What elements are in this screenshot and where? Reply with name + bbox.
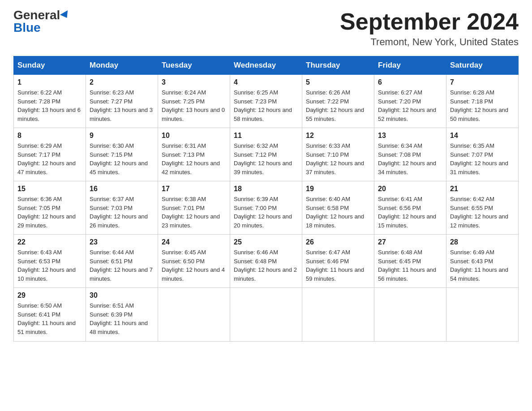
calendar-week-row: 15 Sunrise: 6:36 AM Sunset: 7:05 PM Dayl… [14,181,519,235]
day-info: Sunrise: 6:37 AM Sunset: 7:03 PM Dayligh… [90,195,154,230]
day-number: 5 [306,78,370,86]
day-number: 6 [378,78,442,86]
calendar-week-row: 22 Sunrise: 6:43 AM Sunset: 6:53 PM Dayl… [14,235,519,288]
table-row: 11 Sunrise: 6:32 AM Sunset: 7:12 PM Dayl… [230,128,302,181]
col-friday: Friday [374,56,446,75]
table-row: 1 Sunrise: 6:22 AM Sunset: 7:28 PM Dayli… [14,75,86,128]
day-number: 11 [234,132,298,140]
table-row: 9 Sunrise: 6:30 AM Sunset: 7:15 PM Dayli… [86,128,158,181]
col-saturday: Saturday [446,56,519,75]
day-info: Sunrise: 6:39 AM Sunset: 7:00 PM Dayligh… [234,195,298,230]
table-row: 10 Sunrise: 6:31 AM Sunset: 7:13 PM Dayl… [158,128,230,181]
day-number: 19 [306,185,370,193]
day-number: 12 [306,132,370,140]
logo: General Blue [13,9,70,34]
day-info: Sunrise: 6:50 AM Sunset: 6:41 PM Dayligh… [17,301,82,336]
day-info: Sunrise: 6:29 AM Sunset: 7:17 PM Dayligh… [17,141,82,176]
month-title: September 2024 [340,9,519,34]
calendar-week-row: 29 Sunrise: 6:50 AM Sunset: 6:41 PM Dayl… [14,288,519,342]
col-sunday: Sunday [14,56,86,75]
day-info: Sunrise: 6:40 AM Sunset: 6:58 PM Dayligh… [306,195,370,230]
day-info: Sunrise: 6:49 AM Sunset: 6:43 PM Dayligh… [450,248,515,283]
day-info: Sunrise: 6:34 AM Sunset: 7:08 PM Dayligh… [378,141,442,176]
day-info: Sunrise: 6:36 AM Sunset: 7:05 PM Dayligh… [17,195,82,230]
day-info: Sunrise: 6:43 AM Sunset: 6:53 PM Dayligh… [17,248,82,283]
table-row: 18 Sunrise: 6:39 AM Sunset: 7:00 PM Dayl… [230,181,302,235]
day-info: Sunrise: 6:28 AM Sunset: 7:18 PM Dayligh… [450,88,515,123]
day-number: 21 [450,185,515,193]
day-number: 1 [17,78,82,86]
col-thursday: Thursday [302,56,374,75]
col-tuesday: Tuesday [158,56,230,75]
day-number: 14 [450,132,515,140]
day-info: Sunrise: 6:24 AM Sunset: 7:25 PM Dayligh… [162,88,226,123]
table-row: 20 Sunrise: 6:41 AM Sunset: 6:56 PM Dayl… [374,181,446,235]
table-row [446,288,519,342]
day-number: 23 [90,238,154,246]
day-number: 10 [162,132,226,140]
table-row: 22 Sunrise: 6:43 AM Sunset: 6:53 PM Dayl… [14,235,86,288]
table-row: 27 Sunrise: 6:48 AM Sunset: 6:45 PM Dayl… [374,235,446,288]
col-monday: Monday [86,56,158,75]
table-row: 16 Sunrise: 6:37 AM Sunset: 7:03 PM Dayl… [86,181,158,235]
table-row: 13 Sunrise: 6:34 AM Sunset: 7:08 PM Dayl… [374,128,446,181]
table-row: 19 Sunrise: 6:40 AM Sunset: 6:58 PM Dayl… [302,181,374,235]
day-number: 28 [450,238,515,246]
table-row: 4 Sunrise: 6:25 AM Sunset: 7:23 PM Dayli… [230,75,302,128]
table-row [374,288,446,342]
table-row: 26 Sunrise: 6:47 AM Sunset: 6:46 PM Dayl… [302,235,374,288]
day-number: 3 [162,78,226,86]
table-row: 6 Sunrise: 6:27 AM Sunset: 7:20 PM Dayli… [374,75,446,128]
day-number: 22 [17,238,82,246]
table-row: 3 Sunrise: 6:24 AM Sunset: 7:25 PM Dayli… [158,75,230,128]
day-info: Sunrise: 6:51 AM Sunset: 6:39 PM Dayligh… [90,301,154,336]
day-number: 25 [234,238,298,246]
calendar-week-row: 8 Sunrise: 6:29 AM Sunset: 7:17 PM Dayli… [14,128,519,181]
day-number: 30 [90,291,154,300]
day-number: 8 [17,132,82,140]
day-info: Sunrise: 6:33 AM Sunset: 7:10 PM Dayligh… [306,141,370,176]
table-row: 7 Sunrise: 6:28 AM Sunset: 7:18 PM Dayli… [446,75,519,128]
day-number: 13 [378,132,442,140]
table-row: 29 Sunrise: 6:50 AM Sunset: 6:41 PM Dayl… [14,288,86,342]
day-number: 29 [17,291,82,300]
page-header: General Blue September 2024 Tremont, New… [13,9,519,48]
table-row: 21 Sunrise: 6:42 AM Sunset: 6:55 PM Dayl… [446,181,519,235]
table-row: 28 Sunrise: 6:49 AM Sunset: 6:43 PM Dayl… [446,235,519,288]
table-row: 8 Sunrise: 6:29 AM Sunset: 7:17 PM Dayli… [14,128,86,181]
day-number: 20 [378,185,442,193]
table-row: 12 Sunrise: 6:33 AM Sunset: 7:10 PM Dayl… [302,128,374,181]
table-row: 25 Sunrise: 6:46 AM Sunset: 6:48 PM Dayl… [230,235,302,288]
title-section: September 2024 Tremont, New York, United… [340,9,519,48]
table-row: 30 Sunrise: 6:51 AM Sunset: 6:39 PM Dayl… [86,288,158,342]
day-info: Sunrise: 6:48 AM Sunset: 6:45 PM Dayligh… [378,248,442,283]
day-info: Sunrise: 6:38 AM Sunset: 7:01 PM Dayligh… [162,195,226,230]
day-info: Sunrise: 6:22 AM Sunset: 7:28 PM Dayligh… [17,88,82,123]
day-info: Sunrise: 6:31 AM Sunset: 7:13 PM Dayligh… [162,141,226,176]
day-info: Sunrise: 6:26 AM Sunset: 7:22 PM Dayligh… [306,88,370,123]
table-row: 5 Sunrise: 6:26 AM Sunset: 7:22 PM Dayli… [302,75,374,128]
calendar-week-row: 1 Sunrise: 6:22 AM Sunset: 7:28 PM Dayli… [14,75,519,128]
day-number: 27 [378,238,442,246]
table-row [302,288,374,342]
day-info: Sunrise: 6:30 AM Sunset: 7:15 PM Dayligh… [90,141,154,176]
logo-blue-text: Blue [13,21,41,34]
day-info: Sunrise: 6:23 AM Sunset: 7:27 PM Dayligh… [90,88,154,123]
day-info: Sunrise: 6:46 AM Sunset: 6:48 PM Dayligh… [234,248,298,283]
day-number: 18 [234,185,298,193]
day-number: 4 [234,78,298,86]
calendar-header-row: Sunday Monday Tuesday Wednesday Thursday… [14,56,519,75]
table-row: 15 Sunrise: 6:36 AM Sunset: 7:05 PM Dayl… [14,181,86,235]
table-row [158,288,230,342]
table-row: 24 Sunrise: 6:45 AM Sunset: 6:50 PM Dayl… [158,235,230,288]
day-info: Sunrise: 6:32 AM Sunset: 7:12 PM Dayligh… [234,141,298,176]
day-info: Sunrise: 6:35 AM Sunset: 7:07 PM Dayligh… [450,141,515,176]
day-number: 2 [90,78,154,86]
day-info: Sunrise: 6:42 AM Sunset: 6:55 PM Dayligh… [450,195,515,230]
location-text: Tremont, New York, United States [340,36,519,48]
day-number: 15 [17,185,82,193]
calendar-table: Sunday Monday Tuesday Wednesday Thursday… [13,56,519,342]
day-number: 26 [306,238,370,246]
day-number: 7 [450,78,515,86]
day-info: Sunrise: 6:44 AM Sunset: 6:51 PM Dayligh… [90,248,154,283]
